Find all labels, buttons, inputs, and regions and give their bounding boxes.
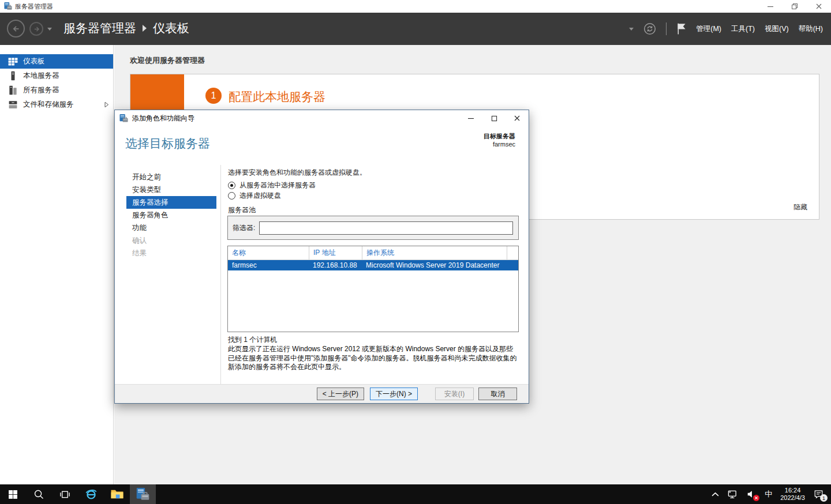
search-button[interactable] (26, 484, 52, 504)
volume-tray-button[interactable] (746, 489, 757, 499)
window-close-button[interactable] (807, 0, 831, 13)
step-server-selection[interactable]: 服务器选择 (126, 196, 216, 209)
step-before-you-begin[interactable]: 开始之前 (126, 171, 216, 183)
add-roles-wizard-dialog: 添加角色和功能向导 选择目标服务器 目标服务器 farmsec 开始之前 安装类… (114, 110, 529, 404)
column-header-os[interactable]: 操作系统 (362, 246, 507, 259)
wizard-steps-nav: 开始之前 安装类型 服务器选择 服务器角色 功能 确认 结果 (115, 165, 221, 384)
previous-button[interactable]: < 上一步(P) (317, 388, 364, 400)
navbar: 服务器管理器 仪表板 管理(M) 工具(T) 视图(V) 帮助(H) (0, 13, 831, 45)
step-features[interactable]: 功能 (126, 221, 216, 234)
dialog-maximize-button[interactable] (482, 110, 506, 126)
refresh-icon (643, 22, 656, 35)
column-header-ip[interactable]: IP 地址 (309, 246, 362, 259)
task-view-button[interactable] (52, 484, 78, 504)
close-icon (514, 115, 521, 122)
radio-select-vhd[interactable]: 选择虚拟硬盘 (228, 191, 281, 201)
cell-server-os: Microsoft Windows Server 2019 Datacenter (362, 261, 507, 269)
radio-select-from-pool[interactable]: 从服务器池中选择服务器 (228, 180, 316, 190)
window-restore-button[interactable] (783, 0, 807, 13)
windows-logo-icon (8, 490, 18, 499)
step-server-roles[interactable]: 服务器角色 (126, 209, 216, 221)
server-pool-filter-input[interactable] (259, 221, 513, 235)
column-header-spacer (507, 246, 518, 259)
servers-icon (8, 85, 18, 95)
forward-arrow-icon (33, 25, 40, 33)
hide-link[interactable]: 隐藏 (793, 202, 807, 212)
cancel-button[interactable]: 取消 (478, 388, 517, 400)
sidebar-item-label: 本地服务器 (23, 71, 59, 81)
forward-button[interactable] (29, 22, 43, 36)
dialog-titlebar: 添加角色和功能向导 (115, 110, 529, 126)
tray-chevron-button[interactable] (712, 492, 719, 497)
server-pool-table: 名称 IP 地址 操作系统 farmsec 192.168.10.88 Micr… (227, 246, 519, 332)
server-pool-label: 服务器池 (228, 205, 256, 215)
task-view-icon (59, 489, 70, 500)
ime-indicator[interactable]: 中 (765, 489, 772, 499)
back-button[interactable] (7, 20, 25, 37)
close-icon (815, 3, 822, 10)
history-caret-icon[interactable] (47, 28, 52, 31)
target-server-value: farmsec (484, 141, 515, 148)
network-tray-button[interactable] (727, 490, 738, 499)
dialog-header: 选择目标服务器 目标服务器 farmsec (115, 126, 529, 165)
clock[interactable]: 16:24 2022/4/3 (780, 487, 805, 502)
start-button[interactable] (0, 484, 26, 504)
dashboard-grid-icon (8, 57, 18, 66)
menu-tools[interactable]: 工具(T) (731, 24, 755, 34)
radio-label[interactable]: 选择虚拟硬盘 (239, 191, 281, 201)
dialog-body: 开始之前 安装类型 服务器选择 服务器角色 功能 确认 结果 选择要安装角色和功… (115, 165, 529, 384)
welcome-header: 欢迎使用服务器管理器 (130, 55, 205, 66)
sidebar-item-dashboard[interactable]: 仪表板 (0, 54, 113, 69)
nav-divider (666, 22, 667, 35)
computers-found-text: 找到 1 个计算机 (228, 335, 277, 345)
radio-checked-icon[interactable] (228, 182, 235, 189)
server-manager-taskbar-button[interactable] (130, 484, 156, 504)
expand-arrow-icon[interactable] (104, 101, 109, 108)
radio-label[interactable]: 从服务器池中选择服务器 (239, 180, 316, 190)
column-header-name[interactable]: 名称 (228, 246, 309, 259)
chevron-up-icon (712, 492, 719, 497)
step-installation-type[interactable]: 安装类型 (126, 183, 216, 196)
menu-manage[interactable]: 管理(M) (696, 24, 721, 34)
system-tray: 中 16:24 2022/4/3 1 (712, 484, 831, 504)
breadcrumb-root[interactable]: 服务器管理器 (63, 20, 136, 36)
dialog-title: 添加角色和功能向导 (132, 114, 194, 123)
clock-date: 2022/4/3 (780, 494, 805, 502)
filter-label: 筛选器: (233, 223, 255, 233)
cell-server-ip: 192.168.10.88 (309, 261, 362, 269)
network-icon (727, 490, 738, 499)
dialog-minimize-button[interactable] (459, 110, 482, 126)
next-button[interactable]: 下一步(N) > (370, 388, 418, 400)
server-icon (8, 71, 18, 81)
notification-flag-button[interactable] (676, 22, 686, 35)
page-description-note: 此页显示了正在运行 Windows Server 2012 或更新版本的 Win… (228, 345, 519, 372)
internet-explorer-button[interactable] (78, 484, 104, 504)
action-center-button[interactable]: 1 (813, 489, 824, 499)
menu-view[interactable]: 视图(V) (765, 24, 789, 34)
install-button: 安装(I) (435, 388, 474, 400)
quickstart-step-badge: 1 (205, 88, 222, 104)
clock-time: 16:24 (780, 487, 805, 494)
search-icon (33, 489, 44, 500)
sidebar-item-file-storage[interactable]: 文件和存储服务 (0, 97, 113, 112)
breadcrumb: 服务器管理器 仪表板 (63, 20, 189, 36)
breadcrumb-current[interactable]: 仪表板 (153, 20, 189, 36)
file-explorer-button[interactable] (104, 484, 130, 504)
window-minimize-button[interactable] (758, 0, 783, 13)
menu-help[interactable]: 帮助(H) (799, 24, 823, 34)
dialog-close-button[interactable] (506, 110, 529, 126)
sidebar-item-local-server[interactable]: 本地服务器 (0, 69, 113, 83)
cell-server-name: farmsec (228, 261, 309, 269)
notification-count-badge: 1 (820, 494, 828, 502)
notifications-caret-icon[interactable] (629, 28, 634, 31)
quickstart-configure-link[interactable]: 配置此本地服务器 (229, 89, 325, 105)
table-row-selected[interactable]: farmsec 192.168.10.88 Microsoft Windows … (228, 260, 518, 270)
dialog-footer: < 上一步(P) 下一步(N) > 安装(I) 取消 (115, 384, 529, 403)
mute-badge-icon (753, 495, 759, 501)
sidebar-item-all-servers[interactable]: 所有服务器 (0, 83, 113, 97)
step-confirmation: 确认 (126, 234, 216, 247)
radio-unchecked-icon[interactable] (228, 192, 235, 200)
filter-box: 筛选器: (227, 216, 519, 240)
wizard-page-content: 选择要安装角色和功能的服务器或虚拟硬盘。 从服务器池中选择服务器 选择虚拟硬盘 … (227, 165, 519, 384)
refresh-button[interactable] (643, 22, 656, 35)
